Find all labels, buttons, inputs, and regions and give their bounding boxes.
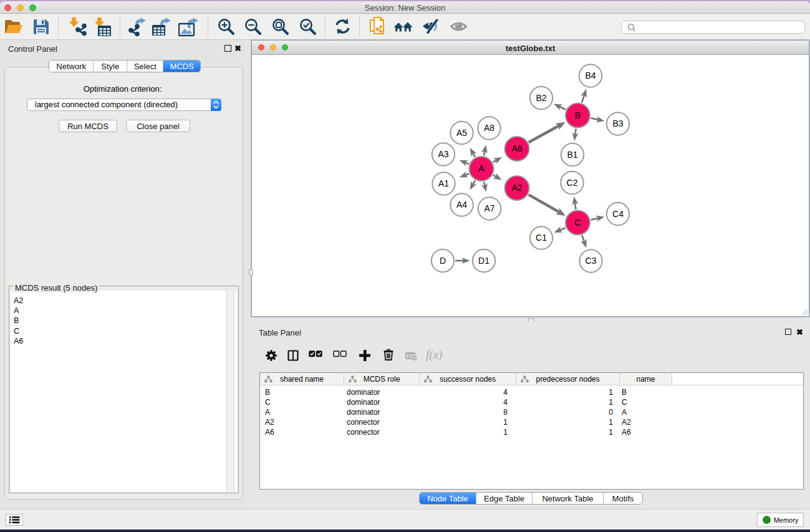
svg-text:D1: D1	[478, 256, 489, 266]
svg-text:B2: B2	[536, 93, 546, 103]
svg-text:B4: B4	[585, 70, 595, 80]
svg-text:A4: A4	[456, 200, 467, 210]
svg-text:C1: C1	[536, 233, 547, 243]
svg-text:A3: A3	[438, 149, 448, 159]
svg-text:C: C	[574, 218, 581, 228]
svg-text:A5: A5	[456, 128, 467, 138]
svg-text:C2: C2	[567, 178, 578, 188]
svg-text:C4: C4	[612, 209, 624, 219]
svg-text:A7: A7	[484, 203, 494, 213]
svg-text:B1: B1	[567, 150, 577, 160]
svg-text:A: A	[478, 163, 485, 173]
svg-text:A6: A6	[511, 143, 522, 153]
svg-text:C3: C3	[586, 256, 597, 266]
svg-text:A2: A2	[511, 183, 522, 193]
svg-text:B3: B3	[612, 118, 623, 128]
svg-text:A8: A8	[484, 123, 494, 133]
svg-text:B: B	[575, 110, 581, 120]
svg-text:A1: A1	[438, 178, 449, 188]
svg-text:D: D	[440, 256, 446, 266]
